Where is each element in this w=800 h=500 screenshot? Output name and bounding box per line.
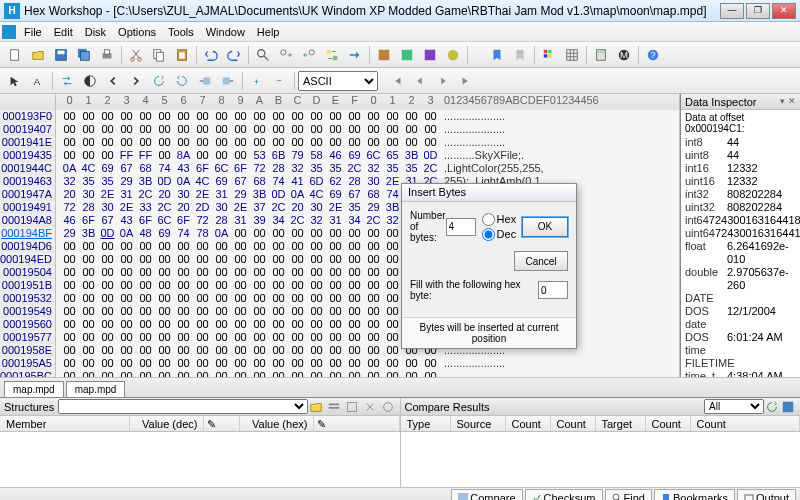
find-prev-icon[interactable]	[298, 44, 320, 66]
prev-icon[interactable]	[409, 70, 431, 92]
color-map-icon[interactable]	[538, 44, 560, 66]
hex-row[interactable]: 000194D600000000000000000000000000000000…	[0, 240, 679, 253]
file-tab[interactable]: map.mpd	[4, 381, 64, 397]
inspector-row[interactable]: time_t4:38:04 AM 12/8/1...	[681, 370, 800, 377]
col-count2[interactable]: Count	[551, 416, 596, 431]
hex-row[interactable]: 0001947A20302E312C20302E31293B0D0A4C6967…	[0, 188, 679, 201]
col-count4[interactable]: Count	[691, 416, 801, 431]
minimize-button[interactable]: —	[720, 3, 744, 19]
text-tool-icon[interactable]: A	[27, 70, 49, 92]
tool-c-icon[interactable]	[419, 44, 441, 66]
hex-row[interactable]: 000195A500000000000000000000000000000000…	[0, 357, 679, 370]
inspector-row[interactable]: DOS date12/1/2004	[681, 305, 800, 331]
hex-row[interactable]: 0001951B00000000000000000000000000000000…	[0, 279, 679, 292]
block-shr-icon[interactable]	[217, 70, 239, 92]
inspector-row[interactable]: int32808202284	[681, 188, 800, 201]
add-icon[interactable]: +	[246, 70, 268, 92]
help-icon[interactable]: ?	[642, 44, 664, 66]
hex-row[interactable]: 0001940700000000000000000000000000000000…	[0, 123, 679, 136]
ror-icon[interactable]	[171, 70, 193, 92]
next-icon[interactable]	[432, 70, 454, 92]
hex-row[interactable]: 0001941E00000000000000000000000000000000…	[0, 136, 679, 149]
menu-options[interactable]: Options	[112, 26, 162, 38]
struct-add-icon[interactable]	[326, 399, 342, 415]
menu-tools[interactable]: Tools	[162, 26, 200, 38]
tab-bookmarks[interactable]: Bookmarks	[654, 489, 735, 501]
hex-row[interactable]: 00019435000000FFFF008A000000536B79584669…	[0, 149, 679, 162]
copy-icon[interactable]	[148, 44, 170, 66]
hex-row[interactable]: 000195BC00000000000000000000000000000000…	[0, 370, 679, 377]
inspector-row[interactable]: DATE	[681, 292, 800, 305]
col-member[interactable]: Member	[0, 416, 130, 431]
hex-row[interactable]: 000194917228302E332C202D302E372C20302E35…	[0, 201, 679, 214]
block-shl-icon[interactable]	[194, 70, 216, 92]
redo-icon[interactable]	[223, 44, 245, 66]
hex-row[interactable]: 0001954900000000000000000000000000000000…	[0, 305, 679, 318]
grid-icon[interactable]	[561, 44, 583, 66]
hex-row[interactable]: 0001944C0A4C69676874436F6C6F72283235352C…	[0, 162, 679, 175]
tool-b-icon[interactable]	[396, 44, 418, 66]
save-all-icon[interactable]	[73, 44, 95, 66]
col-value-dec[interactable]: Value (dec) ✎	[130, 416, 240, 431]
inspector-row[interactable]: float6.2641692e-010	[681, 240, 800, 266]
hex-row[interactable]: 00019463323535293B0D0A4C69676874416D6228…	[0, 175, 679, 188]
hex-row[interactable]: 000193F000000000000000000000000000000000…	[0, 110, 679, 123]
col-type[interactable]: Type	[401, 416, 451, 431]
last-icon[interactable]	[455, 70, 477, 92]
hex-row[interactable]: 0001950400000000000000000000000000000000…	[0, 266, 679, 279]
invert-icon[interactable]	[79, 70, 101, 92]
inspector-row[interactable]: uint32808202284	[681, 201, 800, 214]
file-tab[interactable]: map.mpd	[66, 381, 126, 397]
close-button[interactable]: ✕	[772, 3, 796, 19]
num-bytes-input[interactable]	[446, 218, 476, 236]
encoding-select[interactable]: ASCII	[298, 71, 378, 91]
calc-icon[interactable]	[590, 44, 612, 66]
print-icon[interactable]	[96, 44, 118, 66]
fill-byte-input[interactable]	[538, 281, 568, 299]
struct-more-icon[interactable]	[380, 399, 396, 415]
hex-row[interactable]: 0001957700000000000000000000000000000000…	[0, 331, 679, 344]
col-count1[interactable]: Count	[506, 416, 551, 431]
new-file-icon[interactable]	[4, 44, 26, 66]
moto-icon[interactable]: M	[613, 44, 635, 66]
tab-find[interactable]: Find	[605, 489, 652, 501]
tool-a-icon[interactable]	[373, 44, 395, 66]
shr-icon[interactable]	[125, 70, 147, 92]
hex-row[interactable]: 0001958E00000000000000000000000000000000…	[0, 344, 679, 357]
tab-compare[interactable]: Compare	[451, 489, 522, 501]
tab-checksum[interactable]: Checksum	[525, 489, 603, 501]
radio-dec[interactable]: Dec	[482, 228, 517, 241]
hex-editor-pane[interactable]: 0123456789ABCDEF0123 0123456789ABCDEF012…	[0, 94, 680, 377]
open-file-icon[interactable]	[27, 44, 49, 66]
arrow-tool-icon[interactable]	[4, 70, 26, 92]
compare-refresh-icon[interactable]	[764, 399, 780, 415]
inspector-row[interactable]: double2.9705637e-260	[681, 266, 800, 292]
col-source[interactable]: Source	[451, 416, 506, 431]
cut-icon[interactable]	[125, 44, 147, 66]
inspector-row[interactable]: FILETIME	[681, 357, 800, 370]
inspector-row[interactable]: int1612332	[681, 162, 800, 175]
sub-icon[interactable]: −	[269, 70, 291, 92]
structures-select[interactable]	[58, 399, 307, 414]
paste-icon[interactable]	[171, 44, 193, 66]
cancel-button[interactable]: Cancel	[514, 251, 568, 271]
struct-edit-icon[interactable]	[344, 399, 360, 415]
save-icon[interactable]	[50, 44, 72, 66]
hex-row[interactable]: 000194ED00000000000000000000000000000000…	[0, 253, 679, 266]
col-count3[interactable]: Count	[646, 416, 691, 431]
radio-hex[interactable]: Hex	[482, 213, 517, 226]
menu-edit[interactable]: Edit	[48, 26, 79, 38]
maximize-button[interactable]: ❐	[746, 3, 770, 19]
find-icon[interactable]	[252, 44, 274, 66]
inspector-row[interactable]: uint1612332	[681, 175, 800, 188]
inspector-menu-icon[interactable]: ▾ ✕	[780, 96, 796, 107]
replace-icon[interactable]	[321, 44, 343, 66]
rol-icon[interactable]	[148, 70, 170, 92]
struct-open-icon[interactable]	[308, 399, 324, 415]
swap-icon[interactable]	[56, 70, 78, 92]
inspector-row[interactable]: int844	[681, 136, 800, 149]
find-next-icon[interactable]	[275, 44, 297, 66]
menu-file[interactable]: File	[18, 26, 48, 38]
tool-d-icon[interactable]	[442, 44, 464, 66]
ok-button[interactable]: OK	[522, 217, 568, 237]
